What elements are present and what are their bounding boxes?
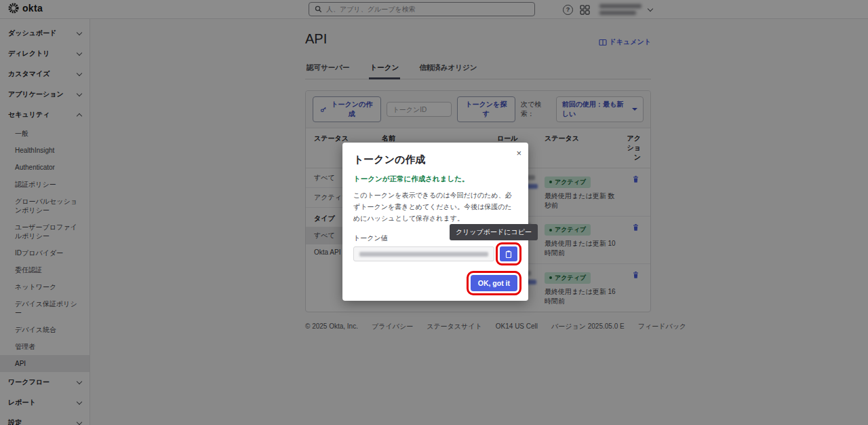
ok-got-it-button[interactable]: OK, got it xyxy=(471,275,517,291)
modal-title: トークンの作成 xyxy=(353,153,517,166)
redacted-token-value xyxy=(359,252,488,257)
modal-body-text: このトークンを表示できるのは今回だけのため、必ずトークンを書きとめてください。今… xyxy=(353,189,517,224)
token-value-field[interactable] xyxy=(353,246,494,261)
copy-tooltip: クリップボードにコピー xyxy=(450,224,538,240)
create-token-modal: × トークンの作成 トークンが正常に作成されました。 このトークンを表示できるの… xyxy=(342,143,528,301)
success-message: トークンが正常に作成されました。 xyxy=(353,174,517,184)
copy-to-clipboard-button[interactable] xyxy=(500,246,517,261)
token-value-row: クリップボードにコピー xyxy=(353,246,517,261)
clipboard-icon xyxy=(505,250,513,259)
okta-admin-console: okta ? ダッシュボード ディレクトリ xyxy=(0,0,868,425)
close-icon[interactable]: × xyxy=(516,148,521,158)
